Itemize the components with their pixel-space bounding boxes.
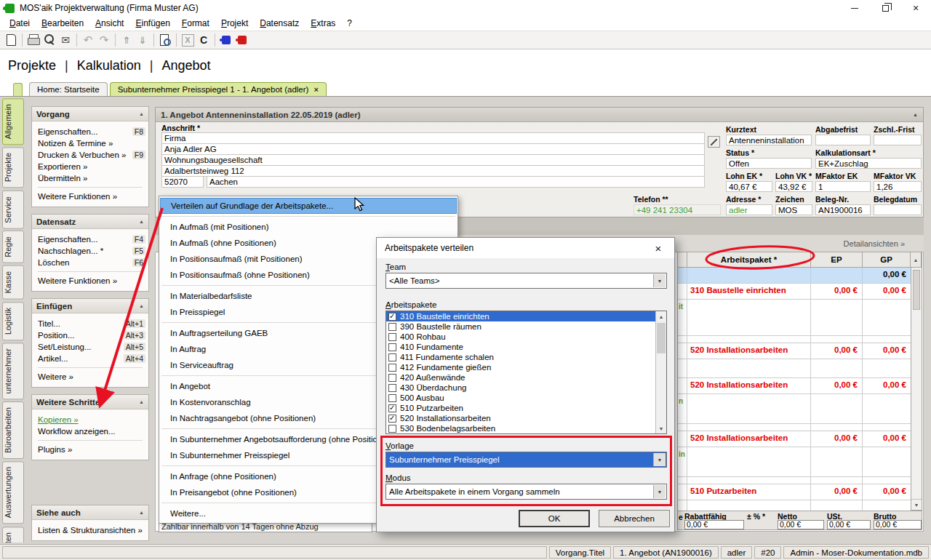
sidebar-action[interactable]: Weitere Funktionen » [38, 275, 145, 287]
sidebar-action[interactable]: Titel...Alt+1 [38, 318, 145, 329]
sidebar-action[interactable]: Eigenschaften...F4 [38, 233, 145, 245]
sidebar-action[interactable]: Eigenschaften...F8 [38, 126, 145, 137]
sidebar-action[interactable]: Weitere » [38, 371, 145, 383]
list-scrollbar[interactable]: ▲ ▼ [655, 311, 666, 433]
sidebar-action[interactable]: Workflow anzeigen... [38, 425, 145, 437]
module-tab[interactable]: Büroarbeiten [2, 401, 24, 459]
ort-field[interactable]: Aachen [207, 176, 705, 188]
import-puzzle-icon[interactable] [218, 33, 234, 47]
move-down-icon[interactable]: ⇓ [135, 33, 151, 47]
scrollbar-thumb[interactable] [913, 270, 920, 310]
table-row[interactable] [678, 424, 911, 431]
breadcrumb-angebot[interactable]: Angebot [161, 58, 210, 73]
dialog-close-icon[interactable]: × [650, 242, 666, 255]
redo-icon[interactable]: ↷ [96, 33, 112, 47]
checkbox-icon[interactable] [388, 394, 396, 402]
close-button[interactable]: × [900, 0, 931, 16]
module-tab[interactable]: Regie [2, 231, 24, 263]
collapse-icon[interactable]: ▲ [913, 112, 918, 117]
undo-icon[interactable]: ↶ [80, 33, 96, 47]
table-scrollbar[interactable]: ▼ [911, 268, 922, 511]
checkbox-icon[interactable] [388, 313, 396, 321]
table-row[interactable]: 520 Installationsarbeiten 0,00 € 0,00 € [678, 431, 911, 447]
module-tab[interactable]: Projekte [2, 147, 24, 188]
arbeitspaket-checkbox-item[interactable]: 500 Ausbau [386, 393, 655, 403]
module-tab[interactable]: Stammdaten [2, 527, 24, 543]
arbeitspaket-checkbox-item[interactable]: 400 Rohbau [386, 332, 655, 342]
zusatz-field[interactable]: Wohnungsbaugesellschaft [161, 154, 705, 166]
menu-bar-item[interactable]: Einfügen [129, 17, 175, 30]
arbeitspaket-checkbox-item[interactable]: 510 Putzarbeiten [386, 403, 655, 413]
menu-bar-item[interactable]: Datensatz [254, 17, 305, 30]
checkbox-icon[interactable] [388, 415, 396, 423]
context-menu-item[interactable]: In Aufmaß (mit Positionen) [160, 219, 457, 235]
tab-close-icon[interactable]: × [313, 85, 318, 94]
collapse-icon[interactable]: ▲ [139, 303, 144, 308]
scroll-down-icon[interactable]: ▼ [911, 499, 922, 510]
arbeitspaket-checkbox-item[interactable]: 411 Fundamente schalen [386, 352, 655, 362]
module-tab[interactable]: Kasse [2, 265, 24, 300]
table-row[interactable]: 520 Installationsarbeiten 0,00 € 0,00 € [678, 343, 911, 359]
sidebar-action[interactable]: LöschenF6 [38, 257, 145, 268]
sidebar-action[interactable]: Drucken & Verbuchen »F9 [38, 149, 145, 161]
ep-column-header[interactable]: EP [811, 252, 863, 267]
cancel-button[interactable]: Abbrechen [599, 510, 670, 527]
checkbox-icon[interactable] [388, 425, 396, 433]
modus-combobox[interactable]: Alle Arbeitspakete in einem Vorgang samm… [385, 484, 667, 500]
table-row[interactable]: 520 Installationsarbeiten 0,00 € 0,00 € [678, 378, 911, 394]
context-menu-item[interactable]: Verteilen auf Grundlage der Arbeitspaket… [160, 198, 457, 214]
module-tab[interactable]: Auswertungen [2, 461, 24, 524]
table-row[interactable]: n [678, 394, 911, 424]
chevron-down-icon[interactable]: ▼ [653, 485, 666, 498]
scroll-up-icon[interactable]: ▲ [656, 311, 666, 321]
table-row[interactable] [678, 336, 911, 343]
table-row[interactable] [678, 359, 911, 378]
move-up-icon[interactable]: ⇑ [119, 33, 135, 47]
breadcrumb-projekte[interactable]: Projekte [8, 58, 56, 73]
chevron-down-icon[interactable]: ▼ [653, 274, 666, 287]
sidebar-action[interactable]: Nachschlagen... *F5 [38, 245, 145, 257]
collapse-icon[interactable]: ▲ [139, 510, 144, 515]
arbeitspaket-checkbox-item[interactable]: 420 Außenwände [386, 372, 655, 383]
refresh-icon[interactable]: C [196, 33, 212, 47]
checkbox-icon[interactable] [388, 364, 396, 372]
table-row[interactable]: 510 Putzarbeiten 0,00 € 0,00 € [678, 484, 911, 500]
arbeitspaket-checkbox-item[interactable]: 530 Bodenbelagsarbeiten [386, 423, 655, 433]
arbeitspaket-checkbox-item[interactable]: 410 Fundamente [386, 342, 655, 352]
excel-icon[interactable]: X [180, 33, 196, 47]
checkbox-icon[interactable] [388, 384, 396, 392]
arbeitspaket-checkbox-item[interactable]: 430 Überdachung [386, 383, 655, 393]
collapse-icon[interactable]: ▲ [139, 219, 144, 224]
checkbox-icon[interactable] [388, 374, 396, 382]
checkbox-icon[interactable] [388, 353, 396, 361]
tab-subunternehmer-preisspiegel[interactable]: Subunternehmer Preisspiegel 1 - 1. Angeb… [110, 82, 327, 96]
table-row[interactable]: 310 Baustelle einrichten 0,00 € 0,00 € [678, 284, 911, 300]
ok-button[interactable]: OK [519, 510, 590, 527]
arbeitspaket-column-header[interactable]: Arbeitspaket * [687, 252, 811, 267]
arbeitspaket-checkbox-item[interactable]: 310 Baustelle einrichten [386, 311, 655, 321]
name-field[interactable]: Anja Adler AG [161, 143, 705, 155]
tab-home-startseite[interactable]: Home: Startseite [29, 82, 108, 96]
mail-icon[interactable]: ✉ [57, 33, 73, 47]
gp-column-header[interactable]: GP [863, 252, 911, 267]
arbeitspaket-checkbox-item[interactable]: 520 Installationsarbeiten [386, 413, 655, 423]
restore-button[interactable] [870, 0, 900, 16]
checkbox-icon[interactable] [388, 343, 396, 351]
chevron-down-icon[interactable]: ▼ [653, 453, 666, 466]
anrede-field[interactable]: Firma [161, 132, 705, 144]
sidebar-action[interactable]: Position...Alt+3 [38, 329, 145, 341]
print-preview-icon[interactable] [41, 33, 57, 47]
sidebar-action[interactable]: Exportieren » [38, 161, 145, 172]
sidebar-action[interactable]: Notizen & Termine » [38, 137, 145, 149]
module-tab[interactable]: Logistik [2, 302, 24, 340]
sidebar-action[interactable]: Artikel...Alt+4 [38, 353, 145, 364]
menu-bar-item[interactable]: Bearbeiten [36, 17, 89, 30]
team-combobox[interactable]: <Alle Teams> ▼ [385, 273, 667, 289]
scroll-up-icon[interactable]: ▲ [911, 252, 922, 267]
plz-field[interactable]: 52070 [161, 176, 204, 188]
sidebar-action[interactable]: Kopieren » [38, 414, 145, 425]
checkbox-icon[interactable] [388, 404, 396, 412]
menu-bar-item[interactable]: Projekt [215, 17, 254, 30]
module-tab[interactable]: Service [2, 191, 24, 229]
strasse-field[interactable]: Adalbertsteinweg 112 [161, 165, 705, 177]
